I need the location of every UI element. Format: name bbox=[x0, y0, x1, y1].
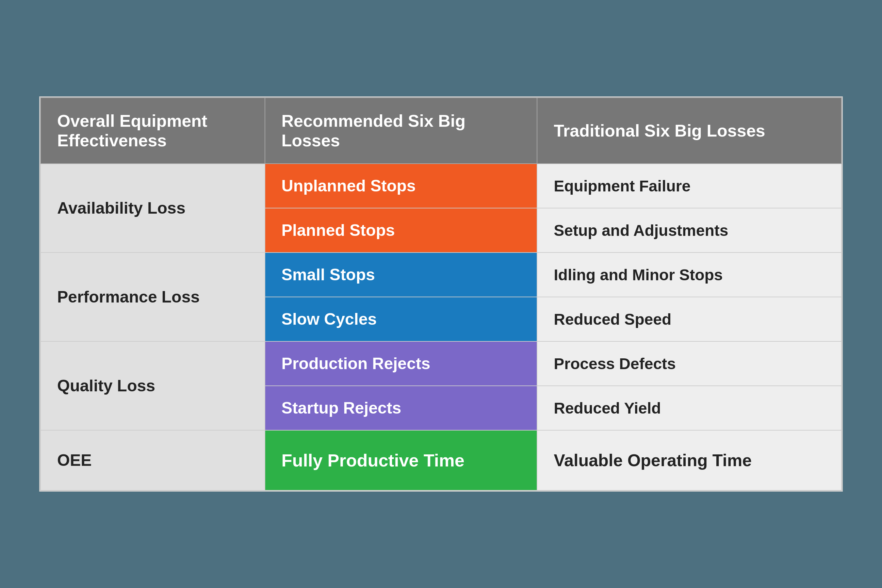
header-col1: Overall Equipment Effectiveness bbox=[40, 98, 265, 164]
startup-rejects-label: Startup Rejects bbox=[265, 386, 537, 430]
fully-productive-cell: Fully Productive Time bbox=[265, 430, 537, 490]
startup-rejects-cell: Startup Rejects bbox=[265, 386, 537, 430]
production-rejects-label: Production Rejects bbox=[265, 342, 537, 386]
table-header: Overall Equipment Effectiveness Recommen… bbox=[40, 98, 842, 164]
unplanned-stops-cell: Unplanned Stops bbox=[265, 164, 537, 208]
planned-stops-label: Planned Stops bbox=[265, 208, 537, 252]
header-col2: Recommended Six Big Losses bbox=[265, 98, 537, 164]
table-row: Performance Loss Small Stops Idling and … bbox=[40, 252, 842, 297]
reduced-yield-label: Reduced Yield bbox=[537, 386, 842, 430]
table-row: Quality Loss Production Rejects Process … bbox=[40, 341, 842, 386]
fully-productive-label: Fully Productive Time bbox=[265, 430, 537, 490]
table-row: Availability Loss Unplanned Stops Equipm… bbox=[40, 164, 842, 208]
planned-stops-cell: Planned Stops bbox=[265, 208, 537, 252]
quality-loss-label: Quality Loss bbox=[40, 341, 265, 430]
availability-loss-label: Availability Loss bbox=[40, 164, 265, 252]
slow-cycles-cell: Slow Cycles bbox=[265, 297, 537, 341]
oee-label: OEE bbox=[40, 430, 265, 490]
idling-minor-stops-label: Idling and Minor Stops bbox=[537, 252, 842, 297]
oee-table: Overall Equipment Effectiveness Recommen… bbox=[39, 96, 843, 492]
header-col3: Traditional Six Big Losses bbox=[537, 98, 842, 164]
equipment-failure-label: Equipment Failure bbox=[537, 164, 842, 208]
process-defects-label: Process Defects bbox=[537, 341, 842, 386]
production-rejects-cell: Production Rejects bbox=[265, 341, 537, 386]
reduced-speed-label: Reduced Speed bbox=[537, 297, 842, 341]
valuable-operating-label: Valuable Operating Time bbox=[537, 430, 842, 490]
unplanned-stops-label: Unplanned Stops bbox=[265, 164, 537, 208]
table-row: OEE Fully Productive Time Valuable Opera… bbox=[40, 430, 842, 490]
small-stops-cell: Small Stops bbox=[265, 252, 537, 297]
performance-loss-label: Performance Loss bbox=[40, 252, 265, 341]
setup-adjustments-label: Setup and Adjustments bbox=[537, 208, 842, 252]
small-stops-label: Small Stops bbox=[265, 253, 537, 297]
slow-cycles-label: Slow Cycles bbox=[265, 297, 537, 341]
